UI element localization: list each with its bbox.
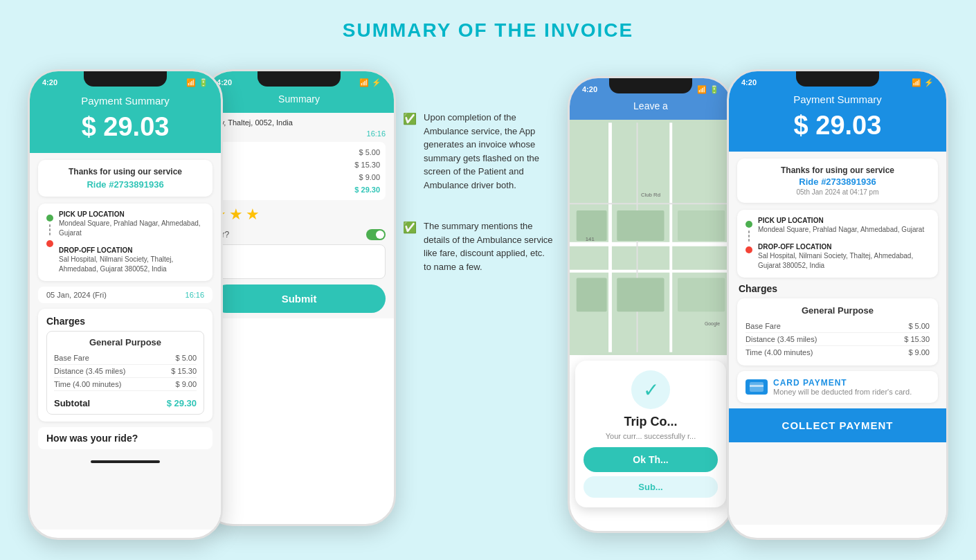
phone2-address: iety, Thaltej, 0052, India bbox=[213, 118, 386, 127]
payment-distance-label: Distance (3.45 miles) bbox=[745, 335, 817, 343]
phone2-distance-value: $ 15.30 bbox=[354, 161, 380, 169]
phone1-ride-id: Ride #2733891936 bbox=[46, 179, 204, 190]
phone2-subtotal-value: $ 29.30 bbox=[354, 186, 380, 194]
card-desc: Money will be deducted from rider's card… bbox=[773, 388, 912, 396]
trip-complete-overlay: ✓ Trip Co... Your curr... successfully r… bbox=[575, 361, 726, 507]
phone1-date-time: 05 Jan, 2024 (Fri) 16:16 bbox=[38, 287, 213, 303]
payment-header: Payment Summary $ 29.03 bbox=[729, 91, 946, 152]
phone2-charges: $ 5.00 $ 15.30 $ 9.00 $ 29.30 bbox=[213, 142, 386, 200]
svg-rect-12 bbox=[678, 278, 725, 312]
svg-rect-11 bbox=[678, 210, 725, 241]
phone1-dot-col bbox=[46, 210, 53, 247]
phone-map-area: Club Rd 141 Google bbox=[570, 120, 732, 355]
phone-payment-status-icons: 📶 ⚡ bbox=[912, 78, 934, 87]
phone1-time: 4:20 bbox=[42, 78, 57, 87]
phone2-notch bbox=[257, 71, 341, 87]
payment-header-title: Payment Summary bbox=[736, 93, 939, 105]
phone-map-time: 4:20 bbox=[582, 85, 597, 93]
phone-map-header: Leave a bbox=[570, 98, 732, 120]
phone2-frame: 4:20 📶 ⚡ Summary iety, Thaltej, 0052, In… bbox=[202, 69, 396, 526]
trip-complete-check-icon: ✓ bbox=[631, 370, 670, 409]
phone2-stars-row: ★ ★ ★ bbox=[213, 206, 386, 224]
payment-dashes bbox=[748, 231, 750, 242]
right-phones: 4:20 📶 🔋 Leave a bbox=[568, 55, 948, 540]
payment-thanks-text: Thanks for using our service bbox=[745, 165, 930, 175]
phone1-distance-label: Distance (3.45 miles) bbox=[54, 367, 125, 375]
phone2-distance-row: $ 15.30 bbox=[218, 159, 380, 171]
phone1-base-fare-value: $ 5.00 bbox=[175, 354, 197, 362]
callout2-text: The summary mentions the details of the … bbox=[424, 221, 552, 272]
phone-map-header-title: Leave a bbox=[633, 100, 668, 111]
payment-general-purpose: General Purpose bbox=[745, 305, 930, 316]
card-payment-text: CARD PAYMENT Money will be deducted from… bbox=[773, 378, 912, 396]
payment-general-purpose-box: General Purpose Base Fare $ 5.00 Distanc… bbox=[737, 298, 938, 365]
collect-payment-button[interactable]: COLLECT PAYMENT bbox=[729, 408, 946, 442]
phone2-submit-button[interactable]: Submit bbox=[213, 284, 386, 313]
phone1-bottom-bar bbox=[91, 460, 160, 463]
payment-charges-section: Charges General Purpose Base Fare $ 5.00… bbox=[737, 283, 938, 365]
phone-payment-wifi-icon: 📶 bbox=[912, 78, 921, 87]
phone1-time-row: Time (4.00 minutes) $ 9.00 bbox=[54, 378, 197, 391]
phone-payment-frame: 4:20 📶 ⚡ Payment Summary $ 29.03 Thanks … bbox=[727, 69, 948, 540]
svg-text:141: 141 bbox=[586, 236, 595, 242]
callout-area: ✅ Upon completion of the Ambulance servi… bbox=[396, 111, 561, 273]
payment-distance-value: $ 15.30 bbox=[904, 335, 930, 343]
phone1-how-was-section: How was your ride? bbox=[38, 427, 213, 449]
phone1-subtotal-row: Subtotal $ 29.30 bbox=[54, 394, 197, 408]
phone1-pickup-dot bbox=[46, 215, 53, 222]
phone-map-status-icons: 📶 🔋 bbox=[697, 85, 719, 94]
svg-text:Club Rd: Club Rd bbox=[641, 192, 660, 199]
phone1-time: 16:16 bbox=[186, 291, 205, 299]
phone1-general-purpose-box: General Purpose Base Fare $ 5.00 Distanc… bbox=[46, 331, 204, 415]
phone-map-battery-icon: 🔋 bbox=[710, 85, 719, 94]
phone2-wrap: 4:20 📶 ⚡ Summary iety, Thaltej, 0052, In… bbox=[202, 69, 396, 526]
phone1-dropoff-address: Sal Hospital, Nilmani Society, Thaltej, … bbox=[59, 255, 204, 274]
payment-pickup-dot bbox=[745, 221, 752, 228]
payment-time-row: Time (4.00 minutes) $ 9.00 bbox=[745, 346, 930, 359]
phone1-dashes bbox=[49, 224, 51, 235]
phone1-notch bbox=[84, 71, 167, 87]
phone2-toggle[interactable] bbox=[366, 229, 386, 240]
payment-dropoff-address: Sal Hospital, Nilmani Society, Thaltej, … bbox=[758, 251, 930, 271]
svg-rect-10 bbox=[617, 278, 664, 312]
wifi-icon: 📶 bbox=[186, 78, 196, 87]
ok-button[interactable]: Ok Th... bbox=[584, 447, 718, 472]
trip-complete-title: Trip Co... bbox=[584, 415, 718, 429]
payment-dot-col bbox=[745, 217, 752, 253]
card-label: CARD PAYMENT bbox=[773, 378, 912, 388]
payment-dropoff-label: DROP-OFF LOCATION bbox=[758, 243, 930, 251]
payment-ride-id: Ride #2733891936 bbox=[745, 177, 930, 187]
phone2-remember-row: der? bbox=[213, 229, 386, 240]
payment-pickup-address: Mondeal Square, Prahlad Nagar, Ahmedabad… bbox=[758, 225, 930, 235]
payment-charges-title: Charges bbox=[737, 283, 938, 294]
phone2-status-icons: 📶 ⚡ bbox=[359, 78, 381, 87]
phone2-subtotal-row: $ 29.30 bbox=[218, 183, 380, 196]
star3: ★ bbox=[246, 206, 260, 224]
map-svg: Club Rd 141 Google bbox=[570, 120, 732, 355]
payment-base-fare-label: Base Fare bbox=[745, 322, 781, 330]
payment-location-section: PICK UP LOCATION Mondeal Square, Prahlad… bbox=[737, 210, 938, 278]
phone1-pickup-address: Mondeal Square, Prahlad Nagar, Ahmedabad… bbox=[59, 219, 204, 238]
phone1-amount: $ 29.03 bbox=[37, 112, 214, 142]
phone1-pickup-label: PICK UP LOCATION bbox=[59, 210, 204, 218]
phone1-header: Payment Summary $ 29.03 bbox=[30, 91, 221, 153]
phone2-base-fare-row: $ 5.00 bbox=[218, 146, 380, 159]
phone2-header-title: Summary bbox=[278, 93, 320, 105]
sub-button[interactable]: Sub... bbox=[584, 476, 718, 498]
phone-payment-battery-icon: ⚡ bbox=[924, 78, 934, 87]
phone1-thank-you-box: Thanks for using our service Ride #27338… bbox=[38, 160, 213, 197]
svg-rect-8 bbox=[617, 210, 664, 241]
phone1-location-section: PICK UP LOCATION Mondeal Square, Prahlad… bbox=[38, 204, 213, 281]
phone1-status-icons: 📶 🔋 bbox=[186, 78, 208, 87]
phone1-distance-value: $ 15.30 bbox=[171, 367, 197, 375]
payment-thank-you-box: Thanks for using our service Ride #27338… bbox=[737, 159, 938, 203]
callout1: ✅ Upon completion of the Ambulance servi… bbox=[403, 111, 554, 192]
phone-payment-time: 4:20 bbox=[741, 78, 757, 87]
callout1-text: Upon completion of the Ambulance service… bbox=[424, 112, 539, 190]
phone1-date: 05 Jan, 2024 (Fri) bbox=[46, 291, 107, 299]
phone1-subtotal-value: $ 29.30 bbox=[167, 398, 197, 408]
payment-time-charge-value: $ 9.00 bbox=[908, 348, 930, 356]
phone-map-wifi-icon: 📶 bbox=[697, 85, 707, 94]
payment-time-charge-label: Time (4.00 minutes) bbox=[745, 348, 813, 356]
payment-base-fare-row: Base Fare $ 5.00 bbox=[745, 320, 930, 333]
